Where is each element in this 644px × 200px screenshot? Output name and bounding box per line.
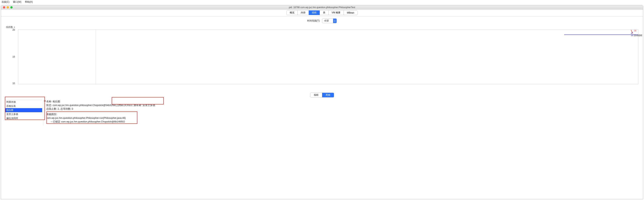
y-axis: 20 15 10 (5, 29, 16, 85)
tab-overview[interactable]: 概览 (287, 10, 298, 15)
tab-memory[interactable]: 内存 (298, 10, 309, 15)
name-label: 名称: (46, 100, 52, 103)
thread-subtabs: 线程 死锁 (1, 93, 643, 98)
time-range-label: 时间范围(T): (307, 19, 320, 22)
list-item[interactable]: 柏拉图 (5, 108, 42, 112)
legend-marker-icon (631, 29, 634, 34)
legend-label: 活动线程 (634, 34, 642, 36)
gridline (96, 30, 96, 84)
window-title: pid: 18766 com.wp.juc.hm.question.philos… (1, 6, 643, 9)
window-controls (1, 6, 12, 8)
tab-threads[interactable]: 线程 (309, 10, 320, 15)
chart-plot: 11:11 (16, 29, 640, 85)
stack-locked-value: com.wp.juc.hm.question.philosopher.Chops… (61, 120, 125, 123)
y-tick: 15 (12, 55, 15, 58)
y-tick: 10 (12, 82, 15, 85)
stack-line: com.wp.juc.hm.question.philosopher.Philo… (46, 116, 640, 120)
main-tabs: 概览 内存 线程 类 VM 概要 MBean (1, 9, 643, 16)
window: pid: 18766 com.wp.juc.hm.question.philos… (1, 5, 643, 199)
menu-connect[interactable]: 连接(C) (2, 0, 10, 4)
menu-window[interactable]: 窗口(W) (13, 0, 21, 4)
state-value-a: com.wp.juc.hm.question.philosopher.Chops… (53, 104, 103, 106)
tab-vm[interactable]: VM 概要 (328, 10, 344, 15)
blocked-label: 总阻止数: (46, 107, 57, 110)
chart-title-text: 线程数 (6, 26, 13, 29)
menubar: 连接(C) 窗口(W) 帮助(H) (0, 0, 644, 4)
subtab-threads[interactable]: 线程 (310, 93, 322, 97)
y-tick: 20 (12, 28, 15, 31)
series-live-threads (564, 34, 638, 35)
close-icon[interactable] (3, 6, 5, 8)
legend-blue-value: 19 (631, 34, 633, 36)
tab-mbean[interactable]: MBean (344, 10, 357, 15)
thread-info: 名称: 柏拉图 状态: com.wp.juc.hm.question.philo… (43, 100, 640, 126)
legend-red-value: 19 (634, 29, 636, 32)
waited-label: 总等待数: (60, 107, 71, 110)
chevron-down-icon: ▼ (14, 26, 15, 28)
detail-pane: 阿基米德 苏格拉底 柏拉图 亚里士多德 赫拉克利特 ◀ 名称: 柏拉图 状态: … (5, 100, 640, 126)
minimize-icon[interactable] (6, 6, 9, 8)
subtab-deadlock[interactable]: 死锁 (322, 93, 334, 97)
state-label: 状态: (46, 104, 52, 106)
stack-locked-prefix: – 已锁定 (51, 120, 60, 123)
waited-value: 0 (72, 107, 73, 110)
state-value-b: @54b32f9d上的BLOCKED, 拥有者: 亚里士多德 (103, 104, 155, 106)
time-range-select[interactable]: 全部 (322, 18, 337, 23)
thread-list: 阿基米德 苏格拉底 柏拉图 亚里士多德 赫拉克利特 (5, 100, 42, 126)
menu-help[interactable]: 帮助(H) (25, 0, 33, 4)
time-range-row: 时间范围(T): 全部 (1, 16, 643, 25)
time-range-value: 全部 (322, 19, 333, 23)
zoom-icon[interactable] (10, 6, 12, 8)
stack-label: 堆栈跟踪: (46, 113, 640, 116)
list-item[interactable]: 苏格拉底 (5, 104, 42, 108)
titlebar: pid: 18766 com.wp.juc.hm.question.philos… (1, 5, 643, 9)
chart-panel: 线程数 ▼ 20 15 10 11:11 (5, 29, 640, 85)
blocked-value: 2, (58, 107, 60, 110)
chevron-updown-icon (333, 19, 336, 23)
plot-area (18, 29, 638, 84)
chart-legend: 19 19 活动线程 (631, 29, 642, 37)
list-item[interactable]: 亚里士多德 (5, 112, 42, 116)
list-item[interactable]: 赫拉克利特 (5, 116, 42, 120)
name-value: 柏拉图 (53, 100, 60, 103)
list-item[interactable]: 阿基米德 (5, 100, 42, 104)
tab-classes[interactable]: 类 (320, 10, 328, 15)
